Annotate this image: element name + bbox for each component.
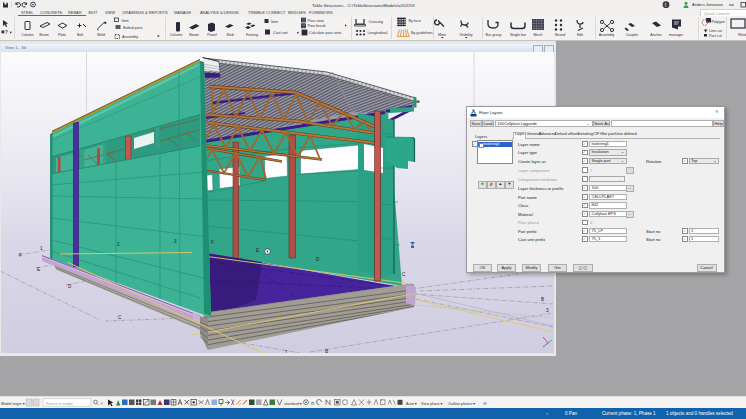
svg-text:standard ▾: standard ▾ [284, 402, 302, 406]
svg-text:Longitudinal: Longitudinal [368, 31, 388, 35]
svg-text:Column: Column [170, 33, 183, 37]
svg-text:Tekla Structures - C:\TeklaStr: Tekla Structures - C:\TeklaStructuresMod… [312, 3, 415, 8]
svg-text:1: 1 [285, 350, 288, 353]
svg-text:Weld: Weld [97, 33, 105, 37]
svg-text:Calculate pour units: Calculate pour units [309, 31, 342, 35]
svg-text:Item: Item [271, 20, 278, 24]
svg-text:Pour break: Pour break [308, 24, 326, 28]
svg-text:Panel: Panel [207, 33, 217, 37]
svg-text:Edit: Edit [577, 33, 583, 37]
svg-text:Bolted parts: Bolted parts [123, 26, 143, 30]
svg-text:Search in model: Search in model [46, 402, 73, 406]
svg-text:Assembly: Assembly [599, 33, 615, 37]
svg-text:2: 2 [117, 242, 120, 247]
svg-text:Assembly: Assembly [122, 35, 138, 39]
svg-text:Anders Jonasson: Anders Jonasson [692, 2, 723, 7]
svg-text:Single bar: Single bar [510, 33, 527, 37]
svg-text:Line cut: Line cut [709, 29, 722, 33]
svg-text:Coupler: Coupler [626, 33, 639, 37]
svg-text:manager: manager [669, 33, 684, 37]
svg-text:E: E [37, 267, 40, 272]
svg-text:Polygon: Polygon [712, 20, 725, 24]
svg-text:Footing: Footing [246, 33, 258, 37]
svg-text:?: ? [5, 30, 8, 35]
svg-text:Bolt: Bolt [77, 33, 83, 37]
svg-text:More: More [438, 33, 446, 37]
svg-text:E: E [256, 248, 259, 253]
svg-text:Column: Column [21, 33, 33, 37]
svg-text:Bar group: Bar group [486, 33, 502, 37]
svg-text:F: F [211, 240, 214, 245]
svg-text:⊻: ⊻ [101, 401, 104, 406]
svg-text:Beam: Beam [39, 33, 48, 37]
svg-text:Wind: Wind [738, 33, 746, 37]
svg-text:3: 3 [546, 308, 549, 313]
svg-text:Slab: Slab [226, 33, 233, 37]
svg-text:Visibility: Visibility [460, 33, 473, 37]
svg-text:By guidelines: By guidelines [411, 31, 433, 35]
svg-text:Pour view: Pour view [308, 19, 325, 23]
svg-text:B: B [541, 297, 544, 302]
svg-text:B: B [325, 349, 328, 353]
svg-text:Item: Item [122, 19, 129, 23]
svg-text:Cast unit: Cast unit [273, 31, 288, 35]
svg-text:Anchor: Anchor [650, 33, 662, 37]
svg-text:Part cut: Part cut [709, 34, 722, 38]
svg-text:Plate: Plate [58, 33, 66, 37]
svg-text:Outline planes ▾: Outline planes ▾ [448, 402, 475, 406]
svg-text:View plane ▾: View plane ▾ [421, 402, 443, 406]
svg-text:3: 3 [174, 239, 177, 244]
svg-text:Beam: Beam [189, 33, 199, 37]
svg-text:⊡: ⊡ [311, 401, 315, 406]
svg-text:Crossing: Crossing [369, 20, 384, 24]
svg-text:By face: By face [409, 19, 421, 23]
svg-text:1: 1 [40, 246, 43, 251]
svg-text:Strand: Strand [555, 33, 566, 37]
svg-text:Auto ▾: Auto ▾ [406, 402, 417, 406]
svg-text:Mesh: Mesh [534, 33, 543, 37]
svg-text:⊜: ⊜ [483, 401, 487, 406]
svg-text:F: F [19, 253, 22, 258]
svg-text:Model origin ▾: Model origin ▾ [1, 402, 25, 406]
